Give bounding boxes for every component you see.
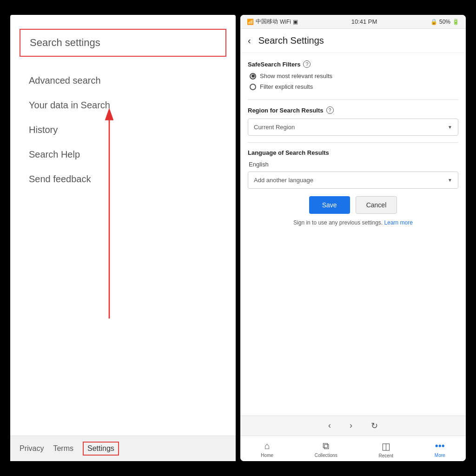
tab-recent[interactable]: ◫ Recent: [378, 441, 393, 458]
status-right: 🔒 50% 🔋: [430, 19, 459, 25]
right-panel: 📶 中国移动 WiFi ▣ 10:41 PM 🔒 50% 🔋 ‹ Search …: [240, 15, 466, 461]
lock-icon: 🔒: [430, 19, 437, 25]
divider-2: [248, 142, 458, 143]
radio-relevant[interactable]: Show most relevant results: [250, 73, 458, 79]
region-section-label: Region for Search Results ?: [248, 106, 458, 114]
page-title: Search Settings: [258, 35, 324, 46]
current-language: English: [248, 161, 458, 168]
footer-bar: Privacy Terms Settings: [10, 436, 236, 461]
search-settings-box[interactable]: Search settings: [20, 29, 226, 57]
menu-list: Advanced search Your data in Search Hist…: [10, 71, 236, 433]
tab-collections[interactable]: ⧉ Collections: [315, 441, 337, 458]
browser-forward-button[interactable]: ›: [350, 421, 352, 431]
more-icon: •••: [435, 441, 445, 451]
browser-refresh-button[interactable]: ↻: [371, 421, 378, 431]
battery-icon: 🔋: [452, 19, 459, 25]
back-button[interactable]: ‹: [248, 35, 251, 46]
menu-item-help[interactable]: Search Help: [29, 149, 217, 160]
page-header: ‹ Search Settings: [240, 29, 466, 53]
battery-percent: 50%: [439, 19, 450, 25]
status-bar: 📶 中国移动 WiFi ▣ 10:41 PM 🔒 50% 🔋: [240, 15, 466, 29]
search-settings-label: Search settings: [30, 37, 100, 48]
settings-content: SafeSearch Filters ? Show most relevant …: [240, 53, 466, 416]
safesearch-help-icon[interactable]: ?: [303, 60, 311, 68]
status-left: 📶 中国移动 WiFi ▣: [247, 18, 298, 26]
left-panel: Search settings Advanced search Your dat…: [10, 15, 236, 461]
privacy-link[interactable]: Privacy: [20, 444, 44, 453]
browser-nav-bar: ‹ › ↻: [240, 416, 466, 436]
save-button[interactable]: Save: [309, 196, 350, 214]
tab-more-label: More: [435, 453, 445, 458]
carrier-label: 中国移动: [256, 18, 278, 26]
time-display: 10:41 PM: [351, 18, 377, 25]
wifi-icon: WiFi: [280, 19, 291, 25]
collections-icon: ⧉: [323, 441, 329, 451]
tab-home-label: Home: [261, 453, 273, 458]
action-buttons: Save Cancel: [248, 196, 458, 214]
region-dropdown[interactable]: Current Region ▼: [248, 119, 458, 136]
tab-home[interactable]: ⌂ Home: [261, 441, 273, 458]
browser-back-button[interactable]: ‹: [328, 421, 331, 431]
settings-link[interactable]: Settings: [83, 442, 119, 456]
language-section-label: Language of Search Results: [248, 149, 458, 156]
tab-collections-label: Collections: [315, 453, 337, 458]
radio-relevant-circle: [250, 73, 256, 79]
divider-1: [248, 99, 458, 100]
menu-item-feedback[interactable]: Send feedback: [29, 174, 217, 185]
add-language-dropdown[interactable]: Add another language ▼: [248, 172, 458, 189]
signin-hint: Sign in to use any previous settings. Le…: [248, 219, 458, 226]
cancel-button[interactable]: Cancel: [356, 196, 397, 214]
recent-icon: ◫: [382, 441, 390, 452]
safesearch-options: Show most relevant results Filter explic…: [248, 73, 458, 90]
region-dropdown-arrow: ▼: [448, 125, 452, 130]
battery-indicator: ▣: [293, 19, 298, 25]
radio-filter-circle: [250, 84, 256, 90]
learn-more-link[interactable]: Learn more: [384, 219, 413, 226]
region-help-icon[interactable]: ?: [326, 106, 334, 114]
radio-filter[interactable]: Filter explicit results: [250, 83, 458, 90]
signal-icon: 📶: [247, 19, 254, 25]
language-dropdown-arrow: ▼: [448, 178, 452, 183]
menu-item-history[interactable]: History: [29, 125, 217, 135]
safesearch-section-label: SafeSearch Filters ?: [248, 60, 458, 68]
tab-recent-label: Recent: [378, 453, 393, 458]
tab-more[interactable]: ••• More: [435, 441, 445, 458]
home-icon: ⌂: [264, 441, 270, 451]
menu-item-advanced[interactable]: Advanced search: [29, 75, 217, 86]
terms-link[interactable]: Terms: [53, 444, 73, 453]
menu-item-data[interactable]: Your data in Search: [29, 100, 217, 111]
bottom-tab-bar: ⌂ Home ⧉ Collections ◫ Recent ••• More: [240, 436, 466, 461]
